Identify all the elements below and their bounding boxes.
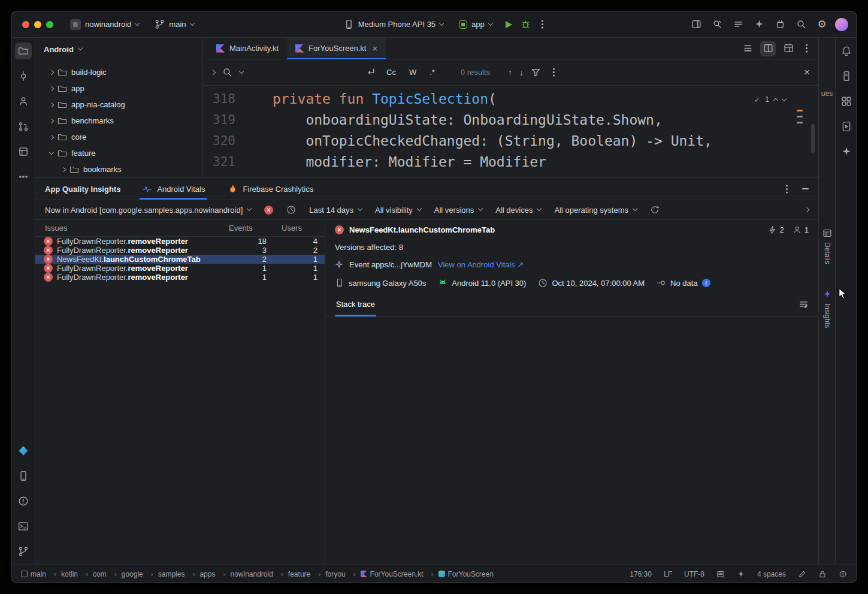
maximize-window-button[interactable]	[46, 21, 53, 28]
issue-row[interactable]: × FullyDrawnReporter.removeReporter 3 2	[35, 246, 325, 255]
tool-windows-icon[interactable]	[688, 17, 704, 32]
branch-selector[interactable]: main	[150, 17, 198, 32]
hide-panel-icon[interactable]	[802, 188, 809, 189]
build-tool-icon[interactable]	[15, 143, 32, 160]
scroll-filters-icon[interactable]	[805, 207, 809, 212]
search-mode-chevron[interactable]	[239, 68, 244, 73]
breadcrumb-item[interactable]: feature	[288, 570, 325, 578]
close-tab-icon[interactable]: ×	[372, 43, 377, 53]
project-tree-item[interactable]: bookmarks	[35, 161, 202, 177]
anr-time-filter-icon[interactable]	[286, 205, 296, 215]
todo-list-icon[interactable]	[730, 17, 746, 32]
file-encoding[interactable]: UTF-8	[684, 570, 704, 578]
project-selector[interactable]: nowinandroid	[65, 17, 144, 32]
commit-tool-icon[interactable]	[15, 68, 32, 85]
issue-row[interactable]: × FullyDrawnReporter.removeReporter 18 4	[35, 237, 325, 246]
plugins-icon[interactable]	[772, 17, 788, 32]
project-tree-item[interactable]: benchmarks	[35, 113, 202, 129]
ai-status-icon[interactable]	[737, 570, 745, 578]
device-explorer-icon[interactable]	[838, 68, 855, 85]
tab-stack-trace[interactable]: Stack trace	[335, 292, 376, 316]
os-filter[interactable]: All operating systems	[554, 206, 637, 215]
run-configuration-selector[interactable]: app	[454, 17, 497, 31]
minimize-window-button[interactable]	[34, 21, 41, 28]
app-filter[interactable]: Now in Android [com.google.samples.apps.…	[45, 206, 251, 215]
breadcrumb-item[interactable]: nowinandroid	[230, 570, 288, 578]
more-tools-icon[interactable]	[15, 168, 32, 185]
visibility-filter[interactable]: All visibility	[375, 206, 421, 215]
tree-expand-chevron[interactable]	[49, 149, 54, 154]
issue-row[interactable]: × FullyDrawnReporter.removeReporter 1 1	[35, 264, 325, 273]
breadcrumb-item[interactable]: ForYouScreen	[438, 570, 494, 578]
breadcrumb-item[interactable]: foryou	[325, 570, 360, 578]
words-toggle[interactable]: W	[406, 66, 419, 79]
tab-details[interactable]: Details	[822, 224, 832, 269]
breadcrumb-item[interactable]: apps	[199, 570, 230, 578]
indent-selector[interactable]: 4 spaces	[757, 570, 786, 578]
multiline-search-icon[interactable]	[366, 67, 376, 77]
editor-tab-foryouscreen[interactable]: ForYouScreen.kt ×	[287, 38, 386, 59]
versions-filter[interactable]: All versions	[434, 206, 482, 215]
read-only-lock-icon[interactable]	[818, 570, 827, 578]
search-replace-icon[interactable]	[709, 17, 725, 32]
info-icon[interactable]: i	[702, 279, 710, 287]
project-tree-item[interactable]: core	[35, 129, 202, 145]
tab-insights[interactable]: Insights	[822, 285, 832, 333]
inspection-status-icon[interactable]	[839, 570, 847, 578]
inspection-widget[interactable]: ✓ 1	[754, 89, 786, 110]
gemini-icon[interactable]	[838, 143, 855, 160]
breadcrumb-item[interactable]: main	[21, 570, 61, 578]
more-search-options-icon[interactable]	[553, 71, 555, 73]
more-options-icon[interactable]	[786, 188, 788, 190]
search-icon[interactable]	[222, 67, 232, 77]
issue-row[interactable]: × NewsFeedKt.launchCustomChromeTab 2 1	[35, 255, 325, 264]
code-editor[interactable]: 318 private fun TopicSelection( 319 onbo…	[203, 86, 818, 177]
line-separator[interactable]: LF	[664, 570, 672, 578]
caret-position[interactable]: 176:30	[630, 570, 652, 578]
version-control-icon[interactable]	[15, 543, 32, 560]
tree-expand-chevron[interactable]	[61, 167, 66, 171]
project-tree-item[interactable]: build-logic	[35, 64, 202, 80]
next-match-icon[interactable]: ↓	[519, 68, 524, 77]
time-range-filter[interactable]: Last 14 days	[309, 206, 362, 215]
more-options-icon[interactable]	[806, 47, 807, 49]
fatal-issues-filter-icon[interactable]: ×	[264, 206, 273, 215]
structure-tool-icon[interactable]	[15, 93, 32, 110]
more-run-options-icon[interactable]	[542, 23, 543, 25]
user-avatar[interactable]	[835, 18, 848, 31]
editor-tab-mainactivity[interactable]: MainActivity.kt ×	[208, 38, 287, 59]
settings-gear-icon[interactable]: ⚙	[814, 17, 830, 32]
device-selector[interactable]: Medium Phone API 35	[339, 17, 448, 32]
breadcrumb-item[interactable]: com	[93, 570, 122, 578]
breadcrumb-item[interactable]: google	[122, 570, 158, 578]
project-tree-item[interactable]: app	[35, 80, 202, 97]
view-on-vitals-link[interactable]: View on Android Vitals ↗	[438, 260, 524, 269]
project-tool-icon[interactable]	[15, 43, 32, 59]
split-editor-icon[interactable]	[760, 41, 776, 56]
issue-row[interactable]: × FullyDrawnReporter.removeReporter 1 1	[35, 273, 325, 282]
tab-android-vitals[interactable]: Android Vitals	[140, 178, 207, 200]
devices-filter[interactable]: All devices	[495, 206, 541, 215]
regex-toggle[interactable]: .*	[427, 66, 438, 79]
editor-layout-icon[interactable]	[781, 41, 796, 56]
layout-inspector-icon[interactable]	[838, 93, 855, 110]
match-case-toggle[interactable]: Cc	[383, 66, 399, 79]
tree-expand-chevron[interactable]	[49, 118, 54, 123]
problems-icon[interactable]	[15, 493, 32, 509]
refresh-icon[interactable]	[650, 205, 660, 215]
tab-firebase-crashlytics[interactable]: Firebase Crashlytics	[225, 178, 316, 200]
prev-match-icon[interactable]: ↑	[508, 68, 512, 77]
project-tree-item[interactable]: app-nia-catalog	[35, 97, 202, 113]
reader-mode-icon[interactable]	[716, 570, 725, 578]
close-search-icon[interactable]: ×	[804, 67, 810, 79]
running-devices-icon[interactable]	[838, 118, 855, 135]
search-icon[interactable]	[793, 17, 809, 32]
notifications-icon[interactable]	[838, 43, 855, 59]
terminal-icon[interactable]	[15, 518, 32, 535]
run-button[interactable]	[506, 21, 512, 28]
tree-expand-chevron[interactable]	[49, 86, 54, 91]
prev-problem-icon[interactable]	[773, 98, 778, 102]
file-structure-icon[interactable]	[740, 41, 755, 56]
next-problem-icon[interactable]	[782, 96, 787, 101]
write-access-icon[interactable]	[798, 570, 806, 578]
